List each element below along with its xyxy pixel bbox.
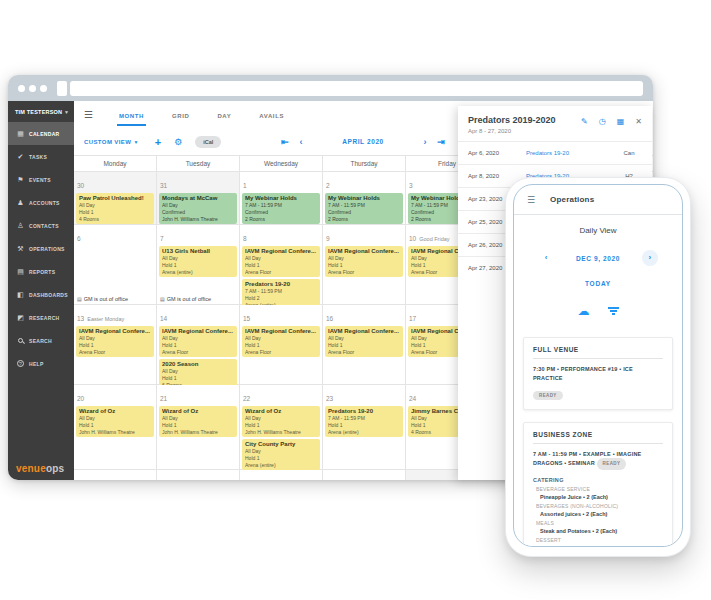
day-cell[interactable]: 23Predators 19-207 AM - 11:59 PMHold 1Ar… bbox=[323, 385, 406, 470]
day-cell[interactable]: 29 bbox=[240, 470, 323, 480]
sidebar-item-calendar[interactable]: ▦CALENDAR bbox=[8, 122, 74, 145]
event-detail: Arena Floor bbox=[162, 349, 234, 355]
window-dot-icon[interactable] bbox=[29, 85, 36, 92]
phone-app-bar: ☰ Operations bbox=[514, 185, 682, 215]
calendar-event[interactable]: IAVM Regional Confere...All DayHold 1Are… bbox=[76, 326, 154, 357]
gear-icon[interactable]: ⚙ bbox=[174, 137, 182, 147]
calendar-event[interactable]: Paw Patrol Unleashed!All DayHold 14 Room… bbox=[76, 193, 154, 224]
calendar-event[interactable]: Wizard of OzAll DayHold 1John H. William… bbox=[76, 406, 154, 437]
phone-date-label[interactable]: DEC 9, 2020 bbox=[576, 255, 620, 262]
browser-tab-icon[interactable] bbox=[57, 81, 67, 96]
calendar-event[interactable]: IAVM Regional Confere...All DayHold 1Are… bbox=[242, 326, 320, 357]
custom-view-dropdown[interactable]: CUSTOM VIEW ▼ bbox=[84, 139, 139, 145]
day-cell[interactable]: 1My Webinar Holds7 AM - 11:59 PMConfirme… bbox=[240, 172, 323, 225]
tab-month[interactable]: MONTH bbox=[117, 104, 146, 126]
filter-icon[interactable] bbox=[608, 307, 619, 315]
dashboards-icon: ◧ bbox=[15, 291, 26, 299]
day-cell[interactable]: 6▤GM is out of office bbox=[74, 225, 157, 305]
day-cell[interactable]: 16IAVM Regional Confere...All DayHold 1A… bbox=[323, 305, 406, 385]
day-cell[interactable]: 8IAVM Regional Confere...All DayHold 1Ar… bbox=[240, 225, 323, 305]
next-month-icon[interactable]: › bbox=[417, 137, 433, 147]
calendar-event[interactable]: Mondays at McCawAll DayConfirmedJohn H. … bbox=[159, 193, 237, 224]
prev-month-icon[interactable]: ‹ bbox=[293, 137, 309, 147]
calendar-event[interactable]: IAVM Regional Confere...All DayHold 1Are… bbox=[242, 246, 320, 277]
event-title: IAVM Regional Confere... bbox=[328, 328, 400, 334]
calendar-event[interactable]: My Webinar Holds7 AM - 11:59 PMConfirmed… bbox=[242, 193, 320, 224]
sidebar-item-contacts[interactable]: ♙CONTACTS bbox=[8, 214, 74, 237]
close-icon[interactable]: ✕ bbox=[635, 117, 642, 126]
day-cell[interactable]: 13Easter MondayIAVM Regional Confere...A… bbox=[74, 305, 157, 385]
calendar-event[interactable]: Predators 19-207 AM - 11:59 PMHold 1Aren… bbox=[325, 406, 403, 437]
edit-icon[interactable]: ✎ bbox=[581, 117, 588, 126]
calendar-event[interactable]: IAVM Regional Confere...All DayHold 1Are… bbox=[325, 246, 403, 277]
day-cell[interactable]: 30Paw Patrol Unleashed!All DayHold 14 Ro… bbox=[74, 172, 157, 225]
today-button[interactable]: TODAY bbox=[514, 280, 682, 287]
history-icon[interactable]: ◷ bbox=[599, 117, 606, 126]
day-cell[interactable]: 31Mondays at McCawAll DayConfirmedJohn H… bbox=[157, 172, 240, 225]
contacts-icon: ♙ bbox=[15, 222, 26, 230]
day-cell[interactable]: 30 bbox=[323, 470, 406, 480]
sidebar-item-label: OPERATIONS bbox=[29, 246, 65, 252]
event-grid-icon[interactable]: ▦ bbox=[617, 117, 625, 126]
event-title: My Webinar Holds bbox=[328, 195, 400, 201]
cloud-sync-icon[interactable]: ☁ bbox=[578, 304, 590, 318]
day-cell[interactable]: 9IAVM Regional Confere...All DayHold 1Ar… bbox=[323, 225, 406, 305]
tasks-icon: ✔ bbox=[15, 153, 26, 161]
sidebar-item-research[interactable]: ◩RESEARCH bbox=[8, 306, 74, 329]
calendar-event[interactable]: IAVM Regional Confere...All DayHold 1Are… bbox=[159, 326, 237, 357]
sidebar-item-search[interactable]: SEARCH bbox=[8, 329, 74, 352]
user-menu[interactable]: TIM TESTERSON ▼ bbox=[8, 101, 74, 122]
day-cell[interactable]: 15IAVM Regional Confere...All DayHold 1A… bbox=[240, 305, 323, 385]
calendar-event[interactable]: Wizard of OzAll DayHold 1John H. William… bbox=[242, 406, 320, 437]
day-cell[interactable]: 2My Webinar Holds7 AM - 11:59 PMConfirme… bbox=[323, 172, 406, 225]
event-detail: All Day bbox=[79, 202, 151, 208]
panel-event-row[interactable]: Apr 6, 2020Predators 19-20Can bbox=[458, 141, 652, 164]
sidebar-item-accounts[interactable]: ♟ACCOUNTS bbox=[8, 191, 74, 214]
event-detail: John H. Williams Theatre bbox=[245, 429, 317, 435]
calendar-event[interactable]: City County PartyAll DayHold 1Arena (ent… bbox=[242, 439, 320, 470]
day-number: 9 bbox=[326, 235, 330, 242]
calendar-icon: ▦ bbox=[15, 130, 26, 138]
window-dot-icon[interactable] bbox=[18, 85, 25, 92]
day-note[interactable]: ▤GM is out of office bbox=[160, 296, 238, 302]
panel-row-event-link[interactable]: Predators 19-20 bbox=[526, 150, 616, 156]
month-label[interactable]: APRIL 2020 bbox=[317, 138, 409, 145]
day-note[interactable]: ▤GM is out of office bbox=[77, 296, 155, 302]
day-cell[interactable]: 20Wizard of OzAll DayHold 1John H. Willi… bbox=[74, 385, 157, 470]
sidebar-item-reports[interactable]: ▤REPORTS bbox=[8, 260, 74, 283]
window-dot-icon[interactable] bbox=[40, 85, 47, 92]
prev-day-icon[interactable]: ‹ bbox=[538, 250, 554, 266]
day-cell[interactable]: 14IAVM Regional Confere...All DayHold 1A… bbox=[157, 305, 240, 385]
sidebar-item-dashboards[interactable]: ◧DASHBOARDS bbox=[8, 283, 74, 306]
calendar-event[interactable]: U13 Girls NetballAll DayHold 1Arena (ent… bbox=[159, 246, 237, 277]
business-zone-card[interactable]: BUSINESS ZONE 7 AM - 11:59 PM • EXAMPLE … bbox=[523, 422, 673, 547]
last-page-icon[interactable]: ⇥ bbox=[433, 137, 449, 147]
accounts-icon: ♟ bbox=[15, 199, 26, 207]
tab-grid[interactable]: GRID bbox=[170, 104, 191, 126]
sidebar-item-events[interactable]: ⚑EVENTS bbox=[8, 168, 74, 191]
next-day-icon[interactable]: › bbox=[642, 250, 658, 266]
first-page-icon[interactable]: ⇤ bbox=[277, 137, 293, 147]
calendar-event[interactable]: Wizard of OzAll DayHold 1John H. William… bbox=[159, 406, 237, 437]
url-bar[interactable] bbox=[70, 81, 643, 96]
menu-icon[interactable]: ☰ bbox=[84, 109, 93, 120]
day-cell[interactable]: 7U13 Girls NetballAll DayHold 1Arena (en… bbox=[157, 225, 240, 305]
add-event-button[interactable]: + bbox=[155, 137, 161, 147]
sidebar-item-tasks[interactable]: ✔TASKS bbox=[8, 145, 74, 168]
event-detail: All Day bbox=[162, 335, 234, 341]
event-detail: All Day bbox=[328, 335, 400, 341]
calendar-event[interactable]: IAVM Regional Confere...All DayHold 1Are… bbox=[325, 326, 403, 357]
event-title: IAVM Regional Confere... bbox=[79, 328, 151, 334]
tab-avails[interactable]: AVAILS bbox=[257, 104, 286, 126]
sidebar-item-help[interactable]: ?HELP bbox=[8, 352, 74, 375]
full-venue-card[interactable]: FULL VENUE 7:30 PM • PERFORMANCE #19 • I… bbox=[523, 337, 673, 410]
sidebar-item-operations[interactable]: ⚒OPERATIONS bbox=[8, 237, 74, 260]
day-cell[interactable]: 27 bbox=[74, 470, 157, 480]
day-cell[interactable]: 21Wizard of OzAll DayHold 1John H. Willi… bbox=[157, 385, 240, 470]
ical-button[interactable]: iCal bbox=[195, 136, 221, 148]
tab-day[interactable]: DAY bbox=[215, 104, 233, 126]
day-cell[interactable]: 22Wizard of OzAll DayHold 1John H. Willi… bbox=[240, 385, 323, 470]
menu-icon[interactable]: ☰ bbox=[527, 195, 535, 205]
day-cell[interactable]: 28 bbox=[157, 470, 240, 480]
calendar-event[interactable]: My Webinar Holds7 AM - 11:59 PMConfirmed… bbox=[325, 193, 403, 224]
